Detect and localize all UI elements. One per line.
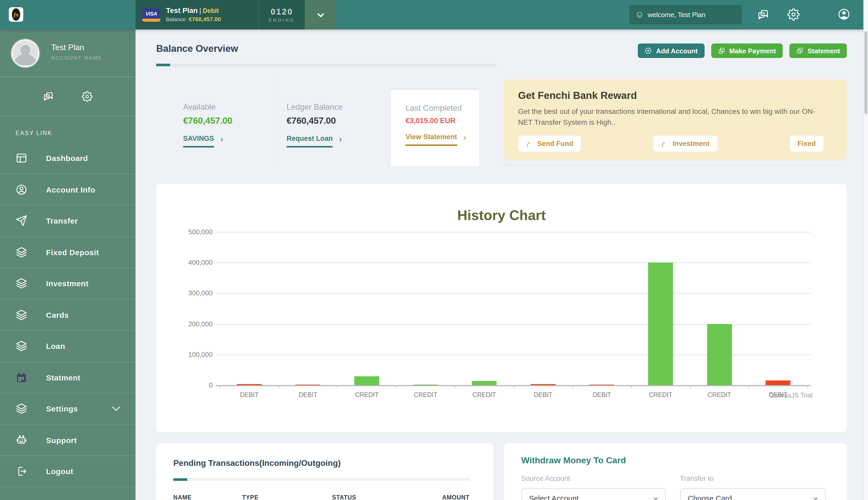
- select-account-select[interactable]: Select Account: [521, 488, 666, 500]
- button-label: Make Payment: [729, 47, 776, 55]
- sidebar-item-statment[interactable]: Statment: [0, 362, 136, 393]
- scrollbar-thumb[interactable]: [864, 31, 867, 114]
- chart-x-tick-label: CREDIT: [635, 391, 687, 399]
- chart-bar-credit-3[interactable]: [354, 377, 379, 385]
- scrollbar[interactable]: [863, 0, 868, 500]
- card-balance-label: Balance:: [166, 16, 187, 23]
- balance-label: Ledger Balance: [286, 102, 390, 112]
- gear-icon[interactable]: [81, 91, 92, 102]
- withdraw-title: Withdraw Money To Card: [521, 455, 831, 466]
- balance-amount: €760,457.00: [286, 115, 390, 126]
- gear-icon[interactable]: [787, 8, 800, 21]
- send-fund-button[interactable]: Send Fund: [518, 136, 581, 152]
- column-header-type: TYPE: [242, 494, 332, 500]
- pending-underline: [173, 478, 469, 481]
- sidebar-item-logout[interactable]: Logout: [0, 455, 136, 487]
- sidebar-item-cards[interactable]: Cards: [0, 299, 136, 330]
- savings-link[interactable]: SAVINGS›: [183, 135, 274, 148]
- chart-bar-debit-7[interactable]: [589, 384, 614, 385]
- column-header-amount: AMOUNT: [442, 494, 470, 500]
- chart-x-tick: [220, 385, 220, 388]
- chart-x-tick-label: CREDIT: [341, 391, 392, 399]
- balance-amount: €760,457.00: [183, 115, 274, 126]
- link-label: SAVINGS: [183, 135, 214, 148]
- sidebar-item-transfer[interactable]: Transfer: [0, 205, 136, 236]
- bank-logo-text: fn: [13, 11, 19, 18]
- sidebar-item-dashboard[interactable]: Dashboard: [0, 142, 136, 174]
- add-account-button[interactable]: Add Account: [638, 44, 705, 58]
- chart-x-tick-label: CREDIT: [693, 391, 745, 399]
- chart-x-tick: [337, 385, 338, 388]
- chart-bar-debit-10[interactable]: [765, 380, 790, 385]
- select-value: Choose Card: [688, 494, 732, 500]
- balance-label: Available: [183, 102, 274, 112]
- chart-x-tick: [631, 385, 632, 388]
- reward-body: Get the best out of your transactions in…: [518, 106, 818, 128]
- chart-bar-credit-9[interactable]: [707, 324, 732, 385]
- request-loan-link[interactable]: Request Loan›: [286, 135, 390, 148]
- statement-button[interactable]: Statement: [789, 44, 847, 58]
- chart-x-tick-label: DEBIT: [282, 391, 334, 399]
- chart-y-tick-label: 0: [166, 381, 213, 389]
- bank-logo[interactable]: fn: [9, 7, 23, 22]
- chart-bar-credit-4[interactable]: [413, 384, 438, 385]
- sidebar-item-label: Fixed Deposit: [46, 248, 99, 257]
- chart-gridline: [216, 262, 811, 263]
- messages-icon[interactable]: [43, 91, 54, 102]
- chart-x-tick: [455, 385, 456, 388]
- chevron-right-icon: ›: [463, 132, 466, 143]
- sidebar-item-support[interactable]: Support: [0, 424, 136, 455]
- user-account-icon[interactable]: [838, 8, 850, 20]
- card-ending-label: ENDING: [269, 17, 295, 23]
- card-selector[interactable]: VISA Test Plan|Debit Balance:€760,457.00: [136, 0, 259, 30]
- sidebar-item-label: Investment: [46, 279, 89, 288]
- balance-card-last-completed: Last Completed€3,015.00 EURView Statemen…: [390, 89, 479, 166]
- avatar[interactable]: [11, 39, 39, 67]
- calendar-icon: [15, 372, 27, 384]
- sidebar-item-label: Settings: [46, 405, 78, 413]
- card-ending-number: 0120: [271, 7, 293, 16]
- layers-icon: [15, 340, 27, 352]
- sidebar-quick-icons: [0, 77, 136, 116]
- sidebar-item-loan[interactable]: Loan: [0, 330, 136, 362]
- sidebar-item-label: Dashboard: [46, 154, 88, 162]
- copy-icon: [796, 47, 804, 54]
- chevron-down-icon: [812, 496, 818, 500]
- fixed-button[interactable]: Fixed: [790, 136, 823, 152]
- sidebar-item-account-info[interactable]: Account Info: [0, 174, 136, 205]
- sidebar-item-label: Loan: [46, 342, 65, 351]
- make-payment-button[interactable]: Make Payment: [711, 44, 783, 58]
- chart-x-tick: [514, 385, 514, 388]
- chart-gridline: [216, 232, 811, 232]
- choose-card-select[interactable]: Choose Card: [680, 488, 825, 500]
- link-label: Request Loan: [286, 135, 333, 148]
- chart-y-tick-label: 300,000: [166, 289, 213, 297]
- page-actions: Add AccountMake PaymentStatement: [638, 44, 847, 58]
- chart-y-tick-label: 500,000: [166, 228, 213, 236]
- sidebar-item-investment[interactable]: Investment: [0, 268, 136, 299]
- sidebar-item-fixed-deposit[interactable]: Fixed Deposit: [0, 236, 136, 268]
- view-statement-link[interactable]: View Statement›: [406, 133, 479, 146]
- chart-bar-credit-8[interactable]: [648, 262, 673, 385]
- card-selector-texts: Test Plan|Debit Balance:€760,457.00: [166, 6, 221, 24]
- card-dropdown-button[interactable]: [305, 0, 336, 30]
- profile-subtitle: ACCOUNT NAME: [51, 55, 102, 60]
- chevron-right-icon: ›: [339, 134, 342, 144]
- chart-bar-debit-2[interactable]: [296, 384, 320, 385]
- messages-icon[interactable]: [757, 9, 769, 21]
- chart-bar-credit-5[interactable]: [472, 381, 496, 385]
- visa-card-icon: VISA: [142, 8, 160, 22]
- balance-amount: €3,015.00 EUR: [406, 116, 479, 125]
- bank-logo-mark: fn: [12, 8, 20, 21]
- sidebar-item-settings[interactable]: Settings: [0, 393, 136, 424]
- canvasjs-watermark: CanvasJS Trial: [769, 392, 813, 399]
- field-transfer-to: Transfer toChoose Card: [680, 475, 825, 500]
- investment-button[interactable]: Investment: [654, 136, 717, 152]
- reward-buttons: Send FundInvestmentFixed: [518, 136, 832, 152]
- send-icon: [15, 215, 27, 227]
- squiggle-arrow-icon: [526, 140, 533, 147]
- chart-bar-debit-1[interactable]: [237, 384, 262, 385]
- chart-bar-debit-6[interactable]: [531, 384, 555, 385]
- balance-row: Available€760,457.00SAVINGS›Ledger Balan…: [156, 79, 493, 166]
- sidebar-item-label: Cards: [46, 310, 69, 319]
